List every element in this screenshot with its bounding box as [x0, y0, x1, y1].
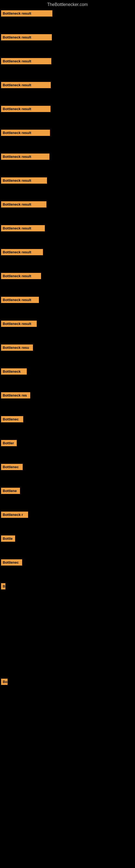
bottleneck-bar[interactable]: Bo — [1, 679, 8, 685]
list-item — [0, 748, 135, 772]
bottleneck-bar[interactable]: Bottleneck result — [1, 58, 51, 64]
bottleneck-bar[interactable]: Bottleneck result — [1, 106, 50, 112]
bottleneck-bar[interactable]: Bottleneck result — [1, 34, 52, 40]
bottleneck-bar[interactable]: Bottleneck result — [1, 297, 39, 303]
bottleneck-bar[interactable]: Bottleneck result — [1, 130, 50, 136]
list-item — [0, 701, 135, 724]
list-item: Bottleneck result — [0, 56, 135, 80]
bottleneck-bar[interactable]: Bottleneck r — [1, 512, 28, 518]
bottleneck-bar[interactable]: Bottleneck result — [1, 177, 47, 184]
list-item: Bottleneck resu — [0, 342, 135, 366]
list-item: Bottleneck result — [0, 80, 135, 104]
bottleneck-bar[interactable]: Bottleneck result — [1, 321, 37, 327]
site-title: TheBottlenecker.com — [0, 0, 135, 8]
list-item: Bottleneck result — [0, 318, 135, 342]
bars-container: Bottleneck resultBottleneck resultBottle… — [0, 8, 135, 796]
list-item: B — [0, 581, 135, 605]
bottleneck-bar[interactable]: Bottleneck result — [1, 82, 51, 88]
bottleneck-bar[interactable]: Bottlenec — [1, 559, 22, 565]
bottleneck-bar[interactable]: Bottlene — [1, 488, 20, 494]
list-item: Bottleneck — [0, 366, 135, 390]
list-item: Bottleneck result — [0, 32, 135, 56]
list-item: Bo — [0, 677, 135, 701]
bottleneck-bar[interactable]: Bottleneck result — [1, 225, 45, 231]
list-item: Bottlenec — [0, 462, 135, 486]
bottleneck-bar[interactable]: Bottleneck — [1, 368, 27, 375]
list-item: Bottle — [0, 533, 135, 557]
list-item — [0, 629, 135, 653]
bottleneck-bar[interactable]: Bottleneck res — [1, 392, 30, 399]
list-item — [0, 653, 135, 677]
list-item: Bottleneck res — [0, 390, 135, 414]
bottleneck-bar[interactable]: Bottlenec — [1, 416, 23, 422]
bottleneck-bar[interactable]: Bottleneck result — [1, 273, 41, 279]
bottleneck-bar[interactable]: Bottleneck result — [1, 10, 52, 17]
list-item: Bottleneck result — [0, 104, 135, 127]
bottleneck-bar[interactable]: B — [1, 583, 5, 589]
list-item — [0, 724, 135, 748]
bottleneck-bar[interactable]: Bottler — [1, 440, 17, 446]
list-item: Bottleneck result — [0, 8, 135, 32]
bottleneck-bar[interactable]: Bottleneck result — [1, 154, 49, 160]
bottleneck-bar[interactable]: Bottleneck resu — [1, 344, 33, 351]
list-item: Bottlenec — [0, 557, 135, 581]
bottleneck-bar[interactable]: Bottlenec — [1, 464, 23, 470]
list-item: Bottleneck result — [0, 294, 135, 318]
list-item: Bottlenec — [0, 414, 135, 438]
list-item: Bottleneck result — [0, 175, 135, 199]
list-item: Bottleneck result — [0, 127, 135, 151]
list-item: Bottleneck result — [0, 199, 135, 223]
bottleneck-bar[interactable]: Bottleneck result — [1, 249, 43, 255]
list-item — [0, 605, 135, 629]
list-item — [0, 772, 135, 796]
list-item: Bottleneck result — [0, 223, 135, 247]
bottleneck-bar[interactable]: Bottle — [1, 535, 15, 542]
bottleneck-bar[interactable]: Bottleneck result — [1, 201, 46, 208]
list-item: Bottlene — [0, 486, 135, 509]
list-item: Bottleneck r — [0, 509, 135, 533]
list-item: Bottleneck result — [0, 247, 135, 271]
list-item: Bottleneck result — [0, 151, 135, 175]
list-item: Bottler — [0, 438, 135, 462]
list-item: Bottleneck result — [0, 271, 135, 294]
